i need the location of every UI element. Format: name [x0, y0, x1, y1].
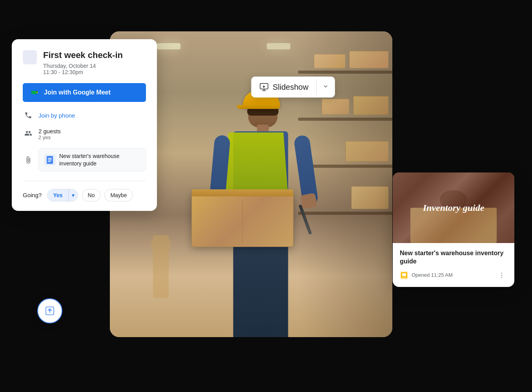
calendar-title-block: First week check-in Thursday, October 14…: [43, 50, 123, 75]
more-vert-icon: [498, 272, 505, 279]
going-dropdown-button[interactable]: ▾: [68, 189, 78, 201]
phone-row: Join by phone: [23, 110, 146, 121]
upload-icon: [44, 305, 55, 316]
doc-preview-thumbnail: Inventory guide: [393, 172, 514, 243]
doc-preview-title: New starter's warehouse inventory guide: [400, 249, 507, 266]
slideshow-main-button[interactable]: Slideshow: [251, 77, 316, 97]
join-meet-button[interactable]: Join with Google Meet: [23, 83, 146, 102]
doc-preview-body: New starter's warehouse inventory guide …: [393, 243, 514, 287]
doc-opened-time: Opened 11:25 AM: [412, 272, 493, 278]
divider: [23, 181, 146, 181]
svg-rect-13: [402, 277, 406, 278]
going-label: Going?: [23, 192, 42, 198]
event-title: First week check-in: [43, 50, 123, 60]
guests-count: 2 guests: [38, 128, 61, 134]
going-row: Going? Yes ▾ No Maybe: [23, 189, 146, 201]
calendar-icon: [23, 50, 37, 64]
svg-rect-12: [402, 273, 406, 276]
going-yes-button[interactable]: Yes: [47, 189, 68, 201]
going-no-button[interactable]: No: [82, 189, 101, 201]
upload-button[interactable]: [37, 298, 62, 323]
chevron-down-icon: [322, 83, 329, 90]
attachment-row: New starter's warehouse inventory guide: [23, 148, 146, 171]
guests-row: 2 guests 2 yes: [23, 128, 146, 140]
guests-info: 2 guests 2 yes: [38, 128, 61, 140]
document-preview-card: Inventory guide New starter's warehouse …: [393, 172, 514, 287]
event-time: 11:30 - 12:30pm: [43, 69, 123, 75]
svg-point-15: [501, 274, 502, 275]
slideshow-button-group[interactable]: Slideshow: [251, 76, 335, 98]
thumbnail-title: Inventory guide: [415, 195, 492, 221]
attachment-filename: New starter's warehouse inventory guide: [59, 152, 140, 167]
calendar-event-card: First week check-in Thursday, October 14…: [12, 39, 157, 211]
going-maybe-button[interactable]: Maybe: [104, 189, 133, 201]
play-icon: [259, 82, 269, 92]
guests-yes: 2 yes: [38, 134, 61, 140]
slideshow-dropdown-button[interactable]: [317, 77, 335, 97]
calendar-header: First week check-in Thursday, October 14…: [23, 50, 146, 75]
join-phone-link[interactable]: Join by phone: [38, 112, 75, 119]
doc-more-button[interactable]: [496, 270, 507, 281]
going-yes-button-group[interactable]: Yes ▾: [47, 189, 78, 201]
svg-point-14: [501, 272, 502, 273]
svg-rect-4: [48, 158, 52, 159]
svg-rect-5: [48, 160, 52, 160]
google-slides-icon: [400, 271, 408, 279]
google-meet-icon: [31, 88, 40, 97]
meet-button-label: Join with Google Meet: [44, 89, 111, 96]
guests-icon: [23, 128, 34, 139]
attachment-card[interactable]: New starter's warehouse inventory guide: [38, 148, 146, 171]
attachment-icon: [23, 154, 34, 165]
phone-icon: [23, 110, 34, 121]
svg-point-16: [501, 277, 502, 278]
svg-rect-6: [48, 161, 51, 162]
event-date: Thursday, October 14: [43, 63, 123, 69]
doc-preview-meta: Opened 11:25 AM: [400, 270, 507, 281]
google-doc-icon: [44, 154, 55, 165]
svg-rect-1: [31, 91, 36, 94]
slideshow-label: Slideshow: [273, 83, 308, 92]
